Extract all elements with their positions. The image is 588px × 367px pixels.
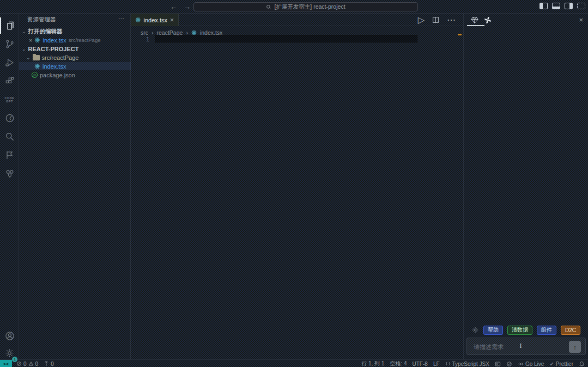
editor-group: index.tsx × ▷ ⋯ src › reactPage › index.…: [131, 14, 463, 359]
run-file-icon[interactable]: ▷: [418, 15, 425, 25]
search-view-icon[interactable]: [0, 129, 19, 145]
vscode-window: ← → [扩展开发宿主] react-project CODEGPT: [0, 0, 588, 367]
help-button[interactable]: 帮助: [483, 326, 503, 335]
editor-tab-bar: index.tsx × ▷ ⋯: [131, 14, 463, 26]
codegpt-icon[interactable]: CODEGPT: [0, 91, 19, 108]
berries-icon[interactable]: [0, 166, 19, 182]
project-name: REACT-PROJECT: [28, 46, 79, 52]
react-file-icon: [135, 17, 141, 23]
react-file-icon: [34, 37, 40, 43]
tab-close-icon[interactable]: ×: [170, 16, 174, 24]
antenna-icon: [44, 361, 49, 366]
gem-icon[interactable]: [470, 16, 479, 25]
check-icon: ✓: [549, 361, 554, 367]
d2c-plugin-panel: × 帮助 清数据 组件 D2C 请描述需求 ↑: [463, 14, 588, 359]
chevron-down-icon: ⌄: [22, 46, 26, 52]
encoding[interactable]: UTF-8: [413, 361, 428, 367]
run-debug-icon[interactable]: [0, 54, 19, 71]
send-button[interactable]: ↑: [569, 341, 581, 353]
eol-sequence[interactable]: LF: [433, 361, 440, 367]
react-file-icon: [191, 30, 197, 35]
breadcrumb-index-tsx[interactable]: index.tsx: [200, 29, 222, 36]
back-icon[interactable]: ←: [170, 3, 177, 11]
problems-status[interactable]: 0 0: [16, 361, 38, 367]
current-line-highlight[interactable]: [155, 35, 417, 42]
file-row-index-tsx[interactable]: index.tsx: [19, 62, 131, 70]
file-row-package-json[interactable]: p package.json: [19, 71, 131, 79]
toggle-primary-sidebar-icon[interactable]: [539, 3, 548, 9]
gauge-icon[interactable]: [0, 110, 19, 126]
extensions-icon[interactable]: [0, 73, 19, 89]
active-panel-tab-underline: [467, 25, 484, 26]
text-cursor-icon: [518, 342, 523, 350]
command-center-search[interactable]: [扩展开发宿主] react-project: [193, 2, 418, 11]
forward-icon[interactable]: →: [184, 3, 191, 11]
breadcrumb-reactpage[interactable]: reactPage: [157, 29, 183, 36]
project-root[interactable]: ⌄ REACT-PROJECT: [19, 45, 131, 53]
search-text: [扩展开发宿主] react-project: [274, 3, 345, 11]
file-label-index-tsx: index.tsx: [43, 63, 66, 70]
source-control-icon[interactable]: [0, 36, 19, 52]
explorer-more-icon[interactable]: ⋯: [118, 15, 124, 22]
requirement-input[interactable]: 请描述需求 ↑: [466, 338, 586, 355]
chevron-down-icon: ⌄: [26, 55, 31, 60]
spell-check-icon[interactable]: [506, 361, 512, 367]
prettier-status[interactable]: ✓ Prettier: [549, 361, 573, 367]
folder-icon: [33, 55, 40, 60]
react-file-icon: [34, 63, 40, 69]
pinwheel-icon[interactable]: [483, 16, 492, 25]
npm-icon: p: [32, 72, 38, 78]
explorer-sidebar: 资源管理器 ⋯ ⌄ 打开的编辑器 × index.tsx src/reactPa…: [19, 14, 131, 359]
activity-bar: CODEGPT 1: [0, 14, 19, 359]
settings-gear-icon[interactable]: 1: [0, 345, 19, 361]
breadcrumb-separator: ›: [151, 29, 154, 36]
editor-more-icon[interactable]: ⋯: [447, 15, 456, 25]
folder-row[interactable]: ⌄ src/reactPage: [19, 53, 131, 62]
d2c-button[interactable]: D2C: [561, 326, 580, 335]
explorer-title: 资源管理器: [27, 16, 56, 23]
account-icon[interactable]: [0, 328, 19, 344]
panel-close-icon[interactable]: ×: [579, 16, 583, 24]
breadcrumb-src[interactable]: src: [141, 29, 148, 36]
split-editor-icon[interactable]: [432, 16, 439, 23]
go-live[interactable]: Go Live: [518, 361, 544, 367]
open-editor-filename: index.tsx: [43, 37, 66, 44]
port-status[interactable]: 0: [44, 361, 54, 367]
tab-index-tsx[interactable]: index.tsx ×: [131, 14, 179, 26]
clear-data-button[interactable]: 清数据: [507, 326, 532, 335]
line-number: 1: [138, 36, 149, 42]
notifications-bell-icon[interactable]: [579, 361, 585, 367]
close-icon[interactable]: ×: [29, 37, 32, 44]
overview-ruler-marker: [458, 34, 462, 35]
open-editor-path: src/reactPage: [69, 37, 101, 43]
input-placeholder: 请描述需求: [474, 343, 504, 351]
file-label-package-json: package.json: [40, 72, 75, 78]
open-editors-section[interactable]: ⌄ 打开的编辑器: [19, 27, 131, 35]
panel-tab-bar: ×: [464, 14, 588, 27]
tab-label: index.tsx: [144, 17, 167, 23]
remote-indicator[interactable]: ><: [0, 360, 12, 367]
broadcast-icon: [518, 361, 524, 367]
chevron-down-icon: ⌄: [22, 29, 26, 34]
open-editor-item[interactable]: × index.tsx src/reactPage: [19, 36, 131, 44]
folder-label: src/reactPage: [42, 54, 79, 61]
customize-layout-icon[interactable]: [577, 3, 585, 9]
status-bar: >< 0 0 0 行 1, 列 1 空格: 4 UTF-8 LF TypeScr…: [0, 359, 588, 367]
toggle-secondary-sidebar-icon[interactable]: [565, 3, 573, 9]
warning-count: 0: [35, 361, 39, 367]
panel-toolbar: 帮助 清数据 组件 D2C: [464, 325, 588, 335]
error-icon: [16, 361, 22, 366]
warning-icon: [28, 361, 34, 366]
explorer-icon[interactable]: [0, 17, 19, 34]
search-icon: [266, 4, 271, 10]
error-count: 0: [23, 361, 27, 367]
toggle-panel-icon[interactable]: [552, 3, 560, 9]
cursor-position[interactable]: 行 1, 列 1: [361, 360, 384, 367]
language-mode[interactable]: TypeScript JSX: [445, 361, 489, 367]
title-bar: ← → [扩展开发宿主] react-project: [0, 0, 588, 14]
component-button[interactable]: 组件: [537, 326, 556, 335]
panel-gear-icon[interactable]: [471, 326, 479, 334]
preview-icon[interactable]: [495, 361, 501, 367]
flag-icon[interactable]: [0, 147, 19, 163]
indentation[interactable]: 空格: 4: [390, 360, 407, 367]
